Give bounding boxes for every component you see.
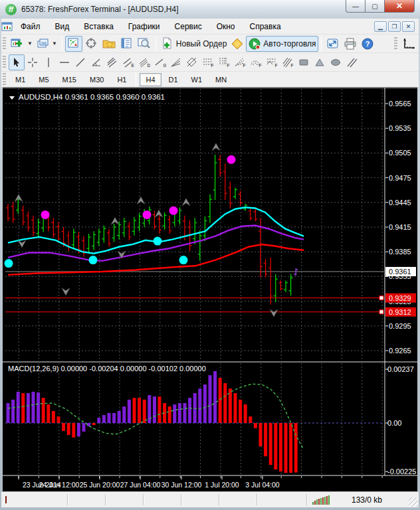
timeframe-d1-button[interactable]: D1 — [163, 73, 184, 86]
tool-cursor-button[interactable] — [9, 54, 25, 70]
print-button[interactable] — [342, 36, 359, 52]
terminal-button[interactable] — [118, 36, 136, 52]
tool-gann-line-button[interactable]: G — [152, 54, 168, 70]
navigator-button[interactable] — [100, 36, 118, 52]
gann-line-icon: G — [155, 57, 166, 68]
tool-fibo-expansion-button[interactable]: F — [264, 54, 280, 70]
toolbar-grip[interactable] — [394, 37, 397, 50]
timeframe-m5-button[interactable]: M5 — [33, 73, 54, 86]
tool-rectangle-button[interactable] — [296, 54, 312, 70]
triangle-icon — [314, 57, 326, 68]
tool-triangle-button[interactable] — [312, 54, 328, 70]
timeframe-h1-button[interactable]: H1 — [111, 73, 132, 86]
app-icon: ff — [5, 4, 17, 15]
cursor-icon — [11, 57, 23, 68]
tool-fibo-arcs-button[interactable]: F — [248, 54, 264, 70]
metaeditor-button[interactable] — [229, 36, 246, 52]
gann-fan-icon — [171, 57, 182, 68]
timeframe-m30-button[interactable]: M30 — [84, 73, 110, 86]
svg-text:0.9475: 0.9475 — [389, 174, 411, 182]
help-icon: ? — [361, 37, 374, 50]
tool-parallel-lines-button[interactable] — [344, 54, 360, 70]
svg-text:25 Jun 20:00: 25 Jun 20:00 — [80, 481, 120, 489]
mdi-minimize-button[interactable]: ▁ — [374, 21, 387, 32]
tool-andrews-pitchfork-button[interactable]: F — [280, 54, 296, 70]
chart-svg[interactable]: AUDUSD,H4 0.9361 0.9365 0.9360 0.9361MAC… — [3, 87, 417, 491]
trend-angle-icon — [91, 57, 102, 68]
tool-equidistant-channel-button[interactable]: E — [120, 54, 136, 70]
market-watch-button[interactable] — [65, 36, 82, 52]
profiles-button[interactable]: ▼ — [35, 36, 59, 52]
menu-item-1[interactable]: Вид — [48, 19, 77, 34]
timeframe-w1-button[interactable]: W1 — [185, 73, 209, 86]
dropdown-caret-icon[interactable]: ▼ — [52, 41, 57, 46]
fibo-timezones-icon: F — [219, 57, 230, 68]
svg-text:0.9385: 0.9385 — [389, 248, 411, 256]
tool-hline-button[interactable] — [56, 54, 72, 70]
title-bar[interactable]: ff 65378: FreshForex Terminal - [AUDUSD,… — [0, 0, 420, 19]
menu-item-0[interactable]: Файл — [13, 19, 48, 34]
tool-ellipse-button[interactable] — [328, 54, 344, 70]
price-chart-canvas[interactable]: AUDUSD,H4 0.9361 0.9365 0.9360 0.9361MAC… — [3, 87, 417, 491]
tool-crosshair-button[interactable] — [25, 54, 41, 70]
minimize-button[interactable]: — — [346, 0, 366, 13]
maximize-button[interactable]: ▢ — [366, 0, 384, 13]
mdi-close-button[interactable]: ✕ — [402, 21, 415, 32]
tool-trend-angle-button[interactable] — [88, 54, 104, 70]
close-button[interactable]: ✕ — [384, 0, 415, 13]
help-button[interactable]: ? — [359, 36, 376, 52]
macd-label: MACD(12,26,9) 0.00000 -0.00204 0.00000 -… — [8, 365, 206, 373]
strategy-tester-button[interactable] — [136, 36, 153, 52]
application-window: ff 65378: FreshForex Terminal - [AUDUSD,… — [0, 0, 420, 510]
chart-area[interactable]: AUDUSD,H4 0.9361 0.9365 0.9360 0.9361MAC… — [3, 87, 417, 491]
menu-item-3[interactable]: Графики — [121, 19, 167, 34]
menu-item-2[interactable]: Вставка — [76, 19, 121, 34]
toolbar-separator — [156, 37, 156, 51]
rectangle-icon — [298, 57, 310, 68]
autotrade-button[interactable]: Авто-торговля — [246, 36, 318, 52]
tool-fibo-timezones-button[interactable]: F — [216, 54, 232, 70]
mdi-restore-button[interactable]: ❐ — [388, 21, 401, 32]
new-chart-button[interactable]: ▼ — [9, 36, 35, 52]
timeframe-mn-button[interactable]: MN — [209, 73, 233, 86]
svg-text:1 Jul 20:00: 1 Jul 20:00 — [205, 481, 239, 489]
regression-channel-icon — [107, 57, 118, 68]
tool-gann-fan-button[interactable] — [168, 54, 184, 70]
data-window-button[interactable] — [82, 36, 100, 52]
toolbar-grip[interactable] — [3, 73, 6, 86]
tool-gann-grid-button[interactable] — [184, 54, 200, 70]
menu-item-4[interactable]: Сервис — [167, 19, 209, 34]
gann-grid-icon — [187, 57, 198, 68]
resize-grip[interactable] — [409, 497, 418, 507]
timeframe-m1-button[interactable]: M1 — [9, 73, 31, 86]
svg-text:27 Jun 04:00: 27 Jun 04:00 — [120, 481, 161, 489]
tool-fibo-fan-button[interactable]: F — [232, 54, 248, 70]
market-watch-icon — [67, 37, 80, 50]
toolbar-grip[interactable] — [3, 37, 6, 50]
svg-text:F: F — [227, 63, 229, 68]
svg-text:3 Jul 04:00: 3 Jul 04:00 — [245, 481, 280, 489]
tool-vline-button[interactable] — [41, 54, 56, 70]
tool-trendline-button[interactable] — [72, 54, 88, 70]
tool-fibo-retracement-button[interactable]: F — [200, 54, 216, 70]
menu-item-6[interactable]: Справка — [243, 19, 288, 34]
crosshair-icon — [27, 57, 39, 68]
svg-text:F: F — [259, 63, 261, 68]
timeframe-h4-button[interactable]: H4 — [140, 73, 161, 86]
data-window-icon — [84, 37, 98, 50]
fullscreen-button[interactable] — [324, 36, 342, 52]
autotrade-icon — [248, 37, 261, 50]
chart-axes-button[interactable] — [400, 36, 419, 52]
chart-window-icon — [1, 21, 13, 32]
tool-regression-channel-button[interactable] — [104, 54, 120, 70]
new-order-button[interactable]: Новый Ордер — [159, 36, 229, 52]
toolbar-grip[interactable] — [3, 56, 6, 69]
svg-text:AUDUSD,H4 0.9361 0.9365 0.936: AUDUSD,H4 0.9361 0.9365 0.9360 0.9361 — [19, 93, 165, 101]
tool-stddev-channel-button[interactable]: D — [136, 54, 152, 70]
menu-item-5[interactable]: Окно — [209, 19, 243, 34]
navigator-icon — [102, 37, 116, 50]
dropdown-caret-icon[interactable]: ▼ — [27, 41, 33, 46]
timeframe-m15-button[interactable]: M15 — [56, 73, 82, 86]
timeframes-toolbar: M1M5M15M30H1H4D1W1MN — [1, 72, 419, 87]
svg-text:0.9295: 0.9295 — [389, 322, 411, 330]
